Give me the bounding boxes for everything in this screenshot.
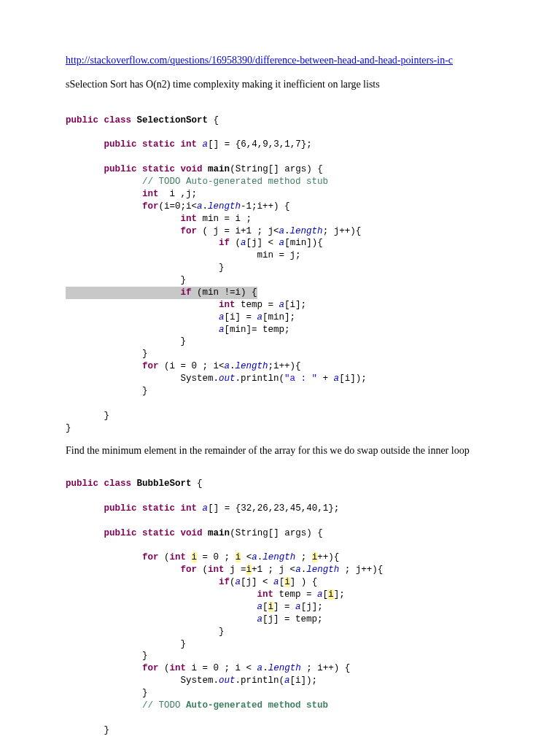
selection-sort-note: sSelection Sort has O(n2) time complexit… [66,78,494,92]
source-link[interactable]: http://stackoverflow.com/questions/16958… [66,55,453,66]
selection-sort-code: public class SelectionSort { public stat… [66,102,494,435]
bubble-sort-note: Find the minimum element in the remainde… [66,444,494,458]
source-link-block: http://stackoverflow.com/questions/16958… [66,54,494,68]
highlighted-line: if (min !=i) { [66,287,257,299]
bubble-sort-code: public class BubbleSort { public static … [66,465,494,736]
